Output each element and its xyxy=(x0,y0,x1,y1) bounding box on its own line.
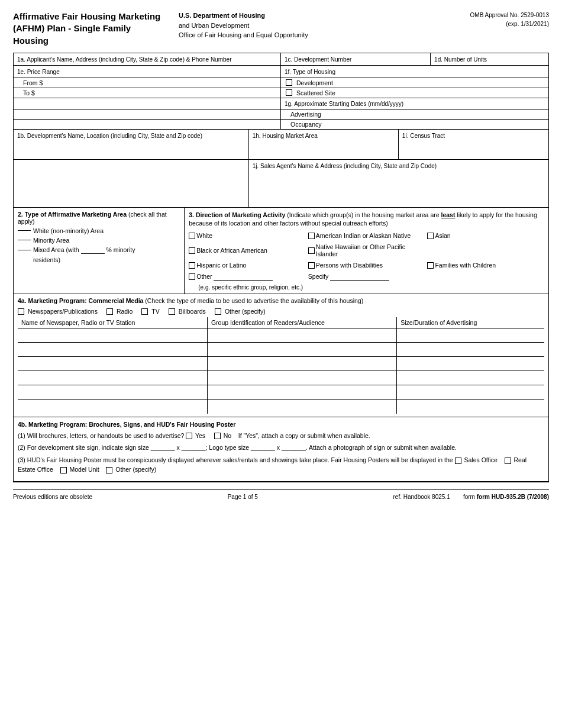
advertising-label: Advertising xyxy=(290,111,321,118)
table-cell xyxy=(207,343,396,357)
row-1g-label: 1g. Approximate Starting Dates (mm/dd/yy… xyxy=(14,98,548,109)
row-section-2-3: 2. Type of Affirmative Marketing Area (c… xyxy=(14,208,548,294)
checkbox-hispanic[interactable] xyxy=(189,262,195,269)
field-1f: 1f. Type of Housing xyxy=(281,66,548,78)
cell-1b-empty xyxy=(14,160,249,207)
checkbox-other-media[interactable] xyxy=(215,308,221,315)
label-1e: 1e. Price Range xyxy=(17,69,60,75)
checkbox-sales-office[interactable] xyxy=(455,458,461,464)
media-other-specify: Other (specify) xyxy=(215,308,266,315)
section3-least: least xyxy=(441,211,455,218)
label-1f: 1f. Type of Housing xyxy=(285,69,335,75)
section3-desc: (Indicate which group(s) in the housing … xyxy=(287,211,441,218)
omb-info: OMB Approval No. 2529-0013 (exp. 1/31/20… xyxy=(437,11,549,28)
media-newspapers: Newspapers/Publications xyxy=(18,308,98,315)
table-cell xyxy=(18,400,207,414)
checkbox-no[interactable] xyxy=(214,433,221,439)
label-radio: Radio xyxy=(117,308,133,315)
label-disabilities: Persons with Disabilities xyxy=(316,262,383,269)
table-cell xyxy=(18,385,207,400)
p3-model: Model Unit xyxy=(70,466,99,473)
label-white: White xyxy=(196,232,212,239)
sec3-specify: Specify xyxy=(308,273,544,281)
cell-occ-empty xyxy=(14,120,281,129)
label-1a: 1a. Applicant's Name, Address (including… xyxy=(17,56,231,63)
checkbox-native-hawaiian[interactable] xyxy=(308,247,315,254)
footer-center: Page 1 of 5 xyxy=(228,494,258,500)
media-billboards: Billboards xyxy=(169,308,206,315)
agency-line3: Office of Fair Housing and Equal Opportu… xyxy=(179,30,437,40)
blank-minority xyxy=(18,240,31,240)
sec3-american-indian: American Indian or Alaskan Native xyxy=(308,232,425,239)
field-development: Development xyxy=(281,78,548,88)
cell-empty-1g xyxy=(14,98,281,109)
label-black: Black or African American xyxy=(196,247,267,254)
field-advertising: Advertising xyxy=(281,109,548,119)
checkbox-white[interactable] xyxy=(189,233,195,239)
checkbox-tv[interactable] xyxy=(141,308,148,315)
cell-adv-empty xyxy=(14,109,281,119)
dev-label: Development xyxy=(296,79,333,86)
scattered-label: Scattered Site xyxy=(296,89,335,96)
sec2-item-white: White (non-minority) Area xyxy=(18,227,180,234)
label-american-indian: American Indian or Alaskan Native xyxy=(316,232,411,239)
section-2: 2. Type of Affirmative Marketing Area (c… xyxy=(14,208,185,294)
checkbox-american-indian[interactable] xyxy=(308,233,315,239)
agency-line2: and Urban Development xyxy=(179,21,437,31)
label-white-area: White (non-minority) Area xyxy=(33,227,104,234)
sec2-item-residents: residents) xyxy=(18,256,180,263)
occupancy-label: Occupancy xyxy=(290,121,322,128)
label-families: Families with Children xyxy=(435,262,496,269)
row-price-dev: From $ Development xyxy=(14,78,548,88)
checkbox-yes[interactable] xyxy=(186,433,192,439)
media-radio: Radio xyxy=(106,308,133,315)
checkbox-other-4b[interactable] xyxy=(106,467,112,473)
label-asian: Asian xyxy=(435,232,450,239)
checkbox-scattered[interactable] xyxy=(286,89,292,96)
row-1j: 1j. Sales Agent's Name & Address (includ… xyxy=(14,160,548,208)
row-occupancy: Occupancy xyxy=(14,120,548,130)
table-cell xyxy=(397,400,544,414)
omb-expiry: (exp. 1/31/2021) xyxy=(437,20,549,28)
section3-example: (e.g. specific ethnic group, religion, e… xyxy=(189,284,544,291)
label-1j: 1j. Sales Agent's Name & Address (includ… xyxy=(253,163,437,169)
table-cell xyxy=(18,343,207,357)
section4a-header: 4a. Marketing Program: Commercial Media … xyxy=(18,297,544,304)
field-1j: 1j. Sales Agent's Name & Address (includ… xyxy=(249,160,548,207)
sec3-white: White xyxy=(189,232,306,239)
table-cell xyxy=(207,385,396,400)
checkbox-families[interactable] xyxy=(427,262,434,269)
checkbox-development[interactable] xyxy=(286,79,292,86)
checkbox-asian[interactable] xyxy=(427,233,434,239)
checkbox-billboards[interactable] xyxy=(169,308,175,315)
sec3-hispanic: Hispanic or Latino xyxy=(189,262,306,269)
footer-right: ref. Handbook 8025.1 form form HUD-935.2… xyxy=(393,494,549,500)
label-newspapers: Newspapers/Publications xyxy=(28,308,98,315)
checkbox-other[interactable] xyxy=(189,273,195,280)
label-other-specify: Other (specify) xyxy=(225,308,266,315)
checkbox-disabilities[interactable] xyxy=(308,262,315,269)
col-header-audience: Group Identification of Readers/Audience xyxy=(207,317,396,328)
label-billboards: Billboards xyxy=(179,308,206,315)
section3-header: 3. Direction of Marketing Activity (Indi… xyxy=(189,211,544,228)
table-cell xyxy=(207,328,396,343)
label-other: Other xyxy=(196,273,273,281)
checkbox-radio[interactable] xyxy=(106,308,113,315)
checkbox-newspapers[interactable] xyxy=(18,308,24,315)
footer-ref: ref. Handbook 8025.1 xyxy=(393,494,450,500)
table-cell xyxy=(207,357,396,371)
field-1h: 1h. Housing Market Area xyxy=(249,130,399,159)
field-1i: 1i. Census Tract xyxy=(399,130,548,159)
main-form: 1a. Applicant's Name, Address (including… xyxy=(13,53,549,482)
table-cell xyxy=(397,343,544,357)
section4a-desc: (Check the type of media to be used to a… xyxy=(145,297,363,304)
label-1b: 1b. Development's Name, Location (includ… xyxy=(17,133,202,139)
footer-left: Previous editions are obsolete xyxy=(13,494,92,500)
field-1c: 1c. Development Number xyxy=(281,53,431,65)
checkbox-model-unit[interactable] xyxy=(60,467,67,473)
checkbox-real-estate[interactable] xyxy=(505,458,511,464)
section4b-header: 4b. Marketing Program: Brochures, Signs,… xyxy=(18,421,544,428)
checkbox-black[interactable] xyxy=(189,247,195,254)
table-cell xyxy=(18,328,207,343)
table-row xyxy=(18,400,544,414)
